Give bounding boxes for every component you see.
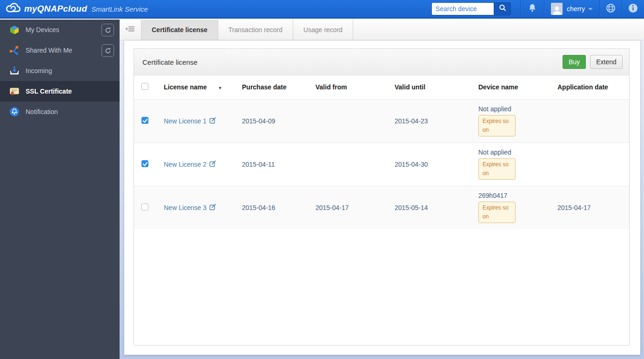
valid-until-cell: 2015-04-23 (385, 99, 469, 142)
sidebar-item-label: Shared With Me (26, 47, 72, 54)
search-button[interactable] (494, 2, 511, 15)
license-name-link[interactable]: New License 3 (164, 203, 216, 212)
row-checkbox[interactable] (141, 160, 148, 167)
edit-icon[interactable] (209, 160, 216, 169)
refresh-my-devices-button[interactable] (101, 24, 114, 36)
app-subtitle: SmartLink Service (91, 5, 148, 13)
purchase-date-cell: 2015-04-16 (233, 186, 306, 229)
row-checkbox[interactable] (141, 203, 148, 210)
purchase-date-cell: 2015-04-11 (233, 142, 306, 186)
select-all-checkbox[interactable] (141, 83, 148, 90)
app-title: myQNAPcloud (24, 4, 87, 14)
collapse-menu-icon (125, 25, 135, 34)
tab-bar: Certificate license Transaction record U… (120, 20, 644, 41)
column-header-application-date[interactable]: Application date (548, 75, 629, 99)
sidebar-item-ssl-certificate[interactable]: SSL Certificate (0, 81, 120, 102)
sidebar: My Devices Shared With Me (0, 20, 120, 359)
content-sheet: Certificate license Buy Extend License n… (124, 41, 640, 355)
expires-soon-badge: Expires soon (478, 202, 516, 223)
valid-from-cell (306, 99, 385, 142)
license-table: License name▾ Purchase date Valid from V… (134, 75, 629, 229)
top-header: myQNAPcloud SmartLink Service (0, 0, 644, 19)
column-header-valid-until[interactable]: Valid until (385, 75, 469, 99)
device-search (431, 2, 511, 15)
table-header-row: License name▾ Purchase date Valid from V… (134, 75, 629, 99)
sidebar-item-label: My Devices (26, 26, 59, 34)
bell-icon (528, 3, 537, 14)
column-header-license-name[interactable]: License name▾ (154, 75, 233, 99)
license-name: New License 2 (164, 161, 207, 168)
expires-soon-badge: Expires soon (478, 158, 516, 180)
tab-label: Transaction record (228, 26, 282, 34)
license-name: New License 1 (164, 117, 207, 125)
valid-until-cell: 2015-04-30 (385, 142, 469, 186)
language-button[interactable] (600, 0, 622, 18)
devices-cube-icon (9, 25, 20, 35)
license-name-link[interactable]: New License 1 (164, 117, 216, 125)
valid-from-cell: 2015-04-17 (306, 186, 385, 229)
user-menu[interactable]: cherry (544, 0, 599, 18)
notifications-button[interactable] (521, 0, 544, 18)
tab-label: Certificate license (152, 26, 208, 34)
sidebar-item-shared-with-me[interactable]: Shared With Me (0, 40, 120, 61)
avatar (551, 3, 563, 15)
certificate-icon (9, 86, 20, 96)
info-icon (628, 3, 638, 15)
column-header-valid-from[interactable]: Valid from (306, 75, 385, 99)
valid-until-cell: 2015-05-14 (385, 186, 469, 229)
table-row[interactable]: New License 1 2015-04-09 2015-04-23 Not … (134, 99, 629, 142)
collapse-sidebar-button[interactable] (120, 20, 141, 40)
device-name-cell: 269h0417 Expires soon (469, 186, 548, 229)
panel-header: Certificate license Buy Extend (134, 49, 629, 75)
edit-icon[interactable] (209, 117, 216, 125)
sidebar-item-label: Incoming (26, 67, 52, 75)
share-icon (9, 45, 20, 55)
device-name-cell: Not applied Expires soon (469, 142, 548, 186)
sidebar-item-notification[interactable]: Notification (0, 102, 120, 122)
chevron-down-icon (588, 8, 593, 10)
application-date-cell (548, 99, 629, 142)
cloud-logo-icon (6, 2, 20, 16)
column-label: License name (164, 83, 207, 91)
edit-icon[interactable] (209, 203, 216, 212)
license-name-link[interactable]: New License 2 (164, 160, 216, 169)
sidebar-item-label: SSL Certificate (26, 88, 72, 95)
sidebar-item-my-devices[interactable]: My Devices (0, 20, 120, 40)
table-row[interactable]: New License 3 2015-04-16 2015-04-17 2015… (134, 186, 629, 229)
search-icon (498, 4, 507, 14)
extend-button[interactable]: Extend (590, 55, 623, 69)
incoming-tray-icon (9, 66, 20, 76)
expires-soon-badge: Expires soon (478, 115, 516, 136)
tab-usage-record[interactable]: Usage record (293, 20, 353, 40)
purchase-date-cell: 2015-04-09 (233, 99, 306, 142)
column-header-purchase-date[interactable]: Purchase date (233, 75, 306, 99)
valid-from-cell (306, 142, 385, 186)
device-name: Not applied (478, 105, 511, 113)
search-input[interactable] (431, 2, 494, 15)
globe-icon (606, 3, 616, 15)
application-date-cell: 2015-04-17 (548, 186, 629, 229)
sidebar-item-label: Notification (26, 108, 58, 115)
application-date-cell (548, 142, 629, 186)
main-content: Certificate license Transaction record U… (120, 20, 644, 359)
column-header-device-name[interactable]: Device name (469, 75, 548, 99)
row-checkbox[interactable] (141, 117, 148, 124)
info-button[interactable] (622, 0, 644, 18)
tab-label: Usage record (303, 26, 342, 34)
license-name: New License 3 (164, 204, 207, 211)
table-row[interactable]: New License 2 2015-04-11 2015-04-30 Not … (134, 142, 629, 186)
notification-bell-icon (9, 107, 20, 117)
sort-caret-icon[interactable]: ▾ (219, 85, 221, 90)
device-name: Not applied (478, 149, 511, 156)
tab-transaction-record[interactable]: Transaction record (218, 20, 293, 40)
buy-button[interactable]: Buy (563, 55, 586, 69)
tab-certificate-license[interactable]: Certificate license (141, 20, 218, 40)
sidebar-item-incoming[interactable]: Incoming (0, 61, 120, 81)
device-name-cell: Not applied Expires soon (469, 99, 548, 142)
device-name: 269h0417 (478, 192, 507, 199)
refresh-shared-button[interactable] (101, 44, 114, 57)
username-label: cherry (567, 5, 585, 13)
brand-logo: myQNAPcloud SmartLink Service (6, 2, 148, 16)
panel-title: Certificate license (142, 58, 197, 66)
certificate-license-panel: Certificate license Buy Extend License n… (134, 48, 630, 345)
